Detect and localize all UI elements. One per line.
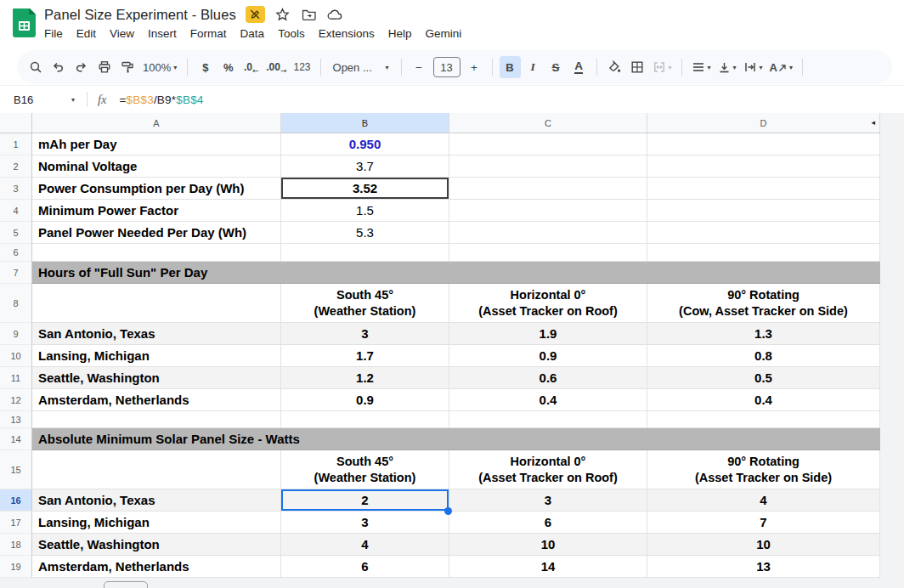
menu-help[interactable]: Help — [381, 25, 419, 42]
borders-button[interactable] — [627, 56, 648, 78]
cell-d12[interactable]: 0.4 — [647, 389, 880, 411]
text-rotation-button[interactable]: A ▾ — [767, 56, 795, 78]
increase-font-size-button[interactable]: + — [464, 56, 485, 78]
font-family-control[interactable]: Open ...▾ — [328, 56, 394, 78]
row-number-13[interactable]: 13 — [0, 411, 32, 428]
cell-a11[interactable]: Seattle, Washington — [32, 367, 281, 389]
cell-c12[interactable]: 0.4 — [449, 389, 647, 411]
cell-b18[interactable]: 4 — [281, 534, 449, 556]
cell-b9[interactable]: 3 — [281, 323, 449, 345]
horizontal-align-button[interactable]: ▾ — [689, 56, 714, 78]
cell-d1[interactable] — [647, 133, 880, 155]
cell-c8[interactable]: Horizontal 0°(Asset Tracker on Roof) — [449, 284, 647, 323]
cell-b10[interactable]: 1.7 — [281, 345, 449, 367]
menu-file[interactable]: File — [37, 25, 70, 42]
redo-button[interactable] — [71, 56, 92, 78]
cell-c11[interactable]: 0.6 — [449, 367, 647, 389]
cell-c10[interactable]: 0.9 — [449, 345, 647, 367]
cell-d17[interactable]: 7 — [647, 512, 880, 534]
row-number-7[interactable]: 7 — [0, 262, 32, 284]
cell-a9[interactable]: San Antonio, Texas — [32, 323, 281, 345]
cell-c16[interactable]: 3 — [449, 489, 647, 512]
cell-a19[interactable]: Amsterdam, Netherlands — [32, 556, 281, 578]
cell-c17[interactable]: 6 — [449, 512, 647, 534]
row-number-11[interactable]: 11 — [0, 367, 32, 389]
formula-input[interactable]: =$B$3/B9*$B$4 — [119, 93, 203, 106]
menu-format[interactable]: Format — [184, 25, 234, 42]
cell-c19[interactable]: 14 — [449, 556, 647, 578]
menu-extensions[interactable]: Extensions — [312, 25, 381, 42]
row-number-12[interactable]: 12 — [0, 389, 32, 411]
cell-c15[interactable]: Horizontal 0°(Asset Tracker on Roof) — [449, 450, 647, 489]
format-currency-button[interactable]: $ — [195, 56, 216, 78]
star-button[interactable] — [274, 6, 291, 23]
merge-cells-button[interactable]: ▾ — [650, 56, 675, 78]
cell-b15[interactable]: South 45°(Weather Station) — [281, 450, 449, 489]
row-number-1[interactable]: 1 — [0, 133, 32, 155]
cell-a12[interactable]: Amsterdam, Netherlands — [32, 389, 281, 411]
cell-d6[interactable] — [647, 244, 880, 262]
cell-b12[interactable]: 0.9 — [281, 389, 449, 411]
sheets-logo-icon[interactable] — [13, 8, 36, 48]
cell-c18[interactable]: 10 — [449, 534, 647, 556]
cell-d5[interactable] — [647, 222, 880, 244]
cell-d19[interactable]: 13 — [647, 556, 880, 578]
cell-a6[interactable] — [32, 244, 281, 262]
menu-view[interactable]: View — [103, 25, 141, 42]
paint-format-button[interactable] — [116, 56, 138, 78]
row-number-14[interactable]: 14 — [0, 428, 32, 450]
cell-b3[interactable]: 3.52 — [281, 178, 449, 200]
cell-d16[interactable]: 4 — [647, 489, 880, 512]
format-percent-button[interactable]: % — [218, 56, 239, 78]
cell-a2[interactable]: Nominal Voltage — [32, 155, 281, 178]
cell-d4[interactable] — [647, 200, 880, 222]
cell-c6[interactable] — [449, 244, 647, 262]
cell-a18[interactable]: Seattle, Washington — [32, 534, 281, 556]
cell-b5[interactable]: 5.3 — [281, 222, 449, 244]
cell-a13[interactable] — [32, 411, 281, 428]
cell-b19[interactable]: 6 — [281, 556, 449, 578]
hidden-columns-indicator[interactable]: ◂ — [871, 118, 875, 127]
cell-b6[interactable] — [281, 244, 449, 262]
document-title[interactable]: Panel Size Experiment - Blues — [44, 7, 236, 23]
cell-a3[interactable]: Power Consumption per Day (Wh) — [32, 178, 281, 200]
row-number-16[interactable]: 16 — [0, 489, 32, 512]
decrease-decimal-button[interactable]: .0← — [240, 56, 262, 78]
cell-c5[interactable] — [449, 222, 647, 244]
row-number-5[interactable]: 5 — [0, 222, 32, 244]
row-number-4[interactable]: 4 — [0, 200, 32, 222]
cell-d15[interactable]: 90° Rotating(Asset Tracker on Side) — [647, 450, 880, 489]
cell-b1[interactable]: 0.950 — [281, 133, 449, 155]
cell-b16-selected[interactable]: 2 — [281, 489, 449, 512]
row-number-18[interactable]: 18 — [0, 534, 32, 556]
font-size-input[interactable]: 13 — [433, 57, 460, 77]
cell-a5[interactable]: Panel Power Needed Per Day (Wh) — [32, 222, 281, 244]
row-number-19[interactable]: 19 — [0, 556, 32, 578]
column-header-a[interactable]: A — [32, 113, 281, 133]
cell-b11[interactable]: 1.2 — [281, 367, 449, 389]
cell-a4[interactable]: Minimum Power Factor — [32, 200, 281, 222]
strikethrough-button[interactable]: S — [545, 56, 567, 78]
fill-handle[interactable] — [444, 507, 452, 515]
menu-tools[interactable]: Tools — [271, 25, 312, 42]
cell-c13[interactable] — [449, 411, 647, 428]
cell-d3[interactable] — [647, 178, 880, 200]
name-box[interactable]: B16 ▾ — [14, 93, 75, 106]
decrease-font-size-button[interactable]: − — [409, 56, 430, 78]
move-folder-button[interactable] — [301, 6, 318, 23]
cell-d10[interactable]: 0.8 — [647, 345, 880, 367]
cell-a15[interactable] — [32, 450, 281, 489]
cell-d13[interactable] — [647, 411, 880, 428]
search-button[interactable] — [25, 56, 46, 78]
cell-c2[interactable] — [449, 155, 647, 178]
column-header-b[interactable]: B — [281, 113, 449, 133]
row-number-15[interactable]: 15 — [0, 450, 32, 489]
cell-d2[interactable] — [647, 155, 880, 178]
more-formats-button[interactable]: 123 — [291, 56, 314, 78]
bold-button[interactable]: B — [500, 56, 521, 78]
cell-c1[interactable] — [449, 133, 647, 155]
cell-a1[interactable]: mAh per Day — [32, 133, 281, 155]
cell-b17[interactable]: 3 — [281, 512, 449, 534]
cell-d8[interactable]: 90° Rotating(Cow, Asset Tracker on Side) — [647, 284, 880, 323]
undo-button[interactable] — [48, 56, 69, 78]
